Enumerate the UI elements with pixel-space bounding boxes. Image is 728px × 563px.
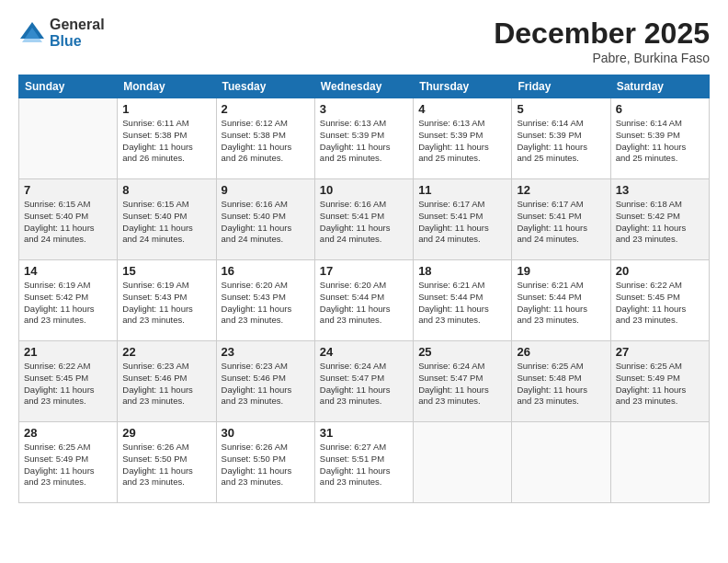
month-title: December 2025 xyxy=(494,17,710,51)
calendar-day-cell: 27Sunrise: 6:25 AM Sunset: 5:49 PM Dayli… xyxy=(610,341,709,422)
calendar-day-cell: 7Sunrise: 6:15 AM Sunset: 5:40 PM Daylig… xyxy=(19,179,118,260)
day-number: 25 xyxy=(418,345,506,359)
day-info: Sunrise: 6:20 AM Sunset: 5:44 PM Dayligh… xyxy=(320,280,408,327)
day-info: Sunrise: 6:20 AM Sunset: 5:43 PM Dayligh… xyxy=(222,280,310,327)
calendar-day-cell xyxy=(512,422,610,503)
day-number: 10 xyxy=(320,183,408,197)
day-info: Sunrise: 6:16 AM Sunset: 5:41 PM Dayligh… xyxy=(320,199,408,246)
calendar-day-cell xyxy=(414,422,512,503)
calendar-day-cell xyxy=(19,98,118,179)
day-number: 30 xyxy=(222,426,310,440)
day-info: Sunrise: 6:19 AM Sunset: 5:42 PM Dayligh… xyxy=(24,280,112,327)
col-tuesday: Tuesday xyxy=(216,75,314,98)
day-info: Sunrise: 6:24 AM Sunset: 5:47 PM Dayligh… xyxy=(418,361,506,408)
day-number: 14 xyxy=(24,264,112,278)
day-info: Sunrise: 6:25 AM Sunset: 5:49 PM Dayligh… xyxy=(616,361,704,408)
logo-blue-text: Blue xyxy=(50,33,105,50)
calendar-day-cell: 19Sunrise: 6:21 AM Sunset: 5:44 PM Dayli… xyxy=(512,260,610,341)
calendar-day-cell: 10Sunrise: 6:16 AM Sunset: 5:41 PM Dayli… xyxy=(314,179,413,260)
col-sunday: Sunday xyxy=(19,75,118,98)
day-info: Sunrise: 6:21 AM Sunset: 5:44 PM Dayligh… xyxy=(418,280,506,327)
title-block: December 2025 Pabre, Burkina Faso xyxy=(494,17,710,65)
day-number: 15 xyxy=(122,264,210,278)
calendar-day-cell: 1Sunrise: 6:11 AM Sunset: 5:38 PM Daylig… xyxy=(118,98,216,179)
day-info: Sunrise: 6:11 AM Sunset: 5:38 PM Dayligh… xyxy=(122,118,210,165)
day-info: Sunrise: 6:25 AM Sunset: 5:48 PM Dayligh… xyxy=(517,361,605,408)
calendar-day-cell: 31Sunrise: 6:27 AM Sunset: 5:51 PM Dayli… xyxy=(314,422,413,503)
day-number: 26 xyxy=(517,345,605,359)
calendar-day-cell: 18Sunrise: 6:21 AM Sunset: 5:44 PM Dayli… xyxy=(414,260,512,341)
col-monday: Monday xyxy=(118,75,216,98)
logo-icon xyxy=(18,20,46,46)
calendar-day-cell: 25Sunrise: 6:24 AM Sunset: 5:47 PM Dayli… xyxy=(414,341,512,422)
calendar-day-cell: 12Sunrise: 6:17 AM Sunset: 5:41 PM Dayli… xyxy=(512,179,610,260)
day-info: Sunrise: 6:26 AM Sunset: 5:50 PM Dayligh… xyxy=(222,442,310,488)
day-info: Sunrise: 6:25 AM Sunset: 5:49 PM Dayligh… xyxy=(24,442,112,488)
day-info: Sunrise: 6:23 AM Sunset: 5:46 PM Dayligh… xyxy=(222,361,310,408)
day-number: 5 xyxy=(517,102,605,116)
calendar-day-cell: 14Sunrise: 6:19 AM Sunset: 5:42 PM Dayli… xyxy=(19,260,118,341)
day-info: Sunrise: 6:21 AM Sunset: 5:44 PM Dayligh… xyxy=(517,280,605,327)
day-info: Sunrise: 6:12 AM Sunset: 5:38 PM Dayligh… xyxy=(222,118,310,165)
day-info: Sunrise: 6:13 AM Sunset: 5:39 PM Dayligh… xyxy=(320,118,408,165)
logo-text: General Blue xyxy=(50,17,105,49)
calendar-page: General Blue December 2025 Pabre, Burkin… xyxy=(0,0,728,563)
col-saturday: Saturday xyxy=(610,75,709,98)
day-info: Sunrise: 6:18 AM Sunset: 5:42 PM Dayligh… xyxy=(616,199,704,246)
day-info: Sunrise: 6:24 AM Sunset: 5:47 PM Dayligh… xyxy=(320,361,408,408)
day-number: 8 xyxy=(122,183,210,197)
day-number: 4 xyxy=(418,102,506,116)
calendar-header-row: Sunday Monday Tuesday Wednesday Thursday… xyxy=(19,75,710,98)
calendar-week-row: 7Sunrise: 6:15 AM Sunset: 5:40 PM Daylig… xyxy=(19,179,710,260)
day-number: 24 xyxy=(320,345,408,359)
day-info: Sunrise: 6:13 AM Sunset: 5:39 PM Dayligh… xyxy=(418,118,506,165)
calendar-day-cell: 21Sunrise: 6:22 AM Sunset: 5:45 PM Dayli… xyxy=(19,341,118,422)
day-info: Sunrise: 6:14 AM Sunset: 5:39 PM Dayligh… xyxy=(517,118,605,165)
day-number: 22 xyxy=(122,345,210,359)
calendar-day-cell: 28Sunrise: 6:25 AM Sunset: 5:49 PM Dayli… xyxy=(19,422,118,503)
day-info: Sunrise: 6:19 AM Sunset: 5:43 PM Dayligh… xyxy=(122,280,210,327)
day-number: 28 xyxy=(24,426,112,440)
calendar-week-row: 14Sunrise: 6:19 AM Sunset: 5:42 PM Dayli… xyxy=(19,260,710,341)
day-number: 31 xyxy=(320,426,408,440)
day-number: 3 xyxy=(320,102,408,116)
calendar-day-cell: 3Sunrise: 6:13 AM Sunset: 5:39 PM Daylig… xyxy=(314,98,413,179)
calendar-day-cell: 6Sunrise: 6:14 AM Sunset: 5:39 PM Daylig… xyxy=(610,98,709,179)
calendar-day-cell: 2Sunrise: 6:12 AM Sunset: 5:38 PM Daylig… xyxy=(216,98,314,179)
day-info: Sunrise: 6:17 AM Sunset: 5:41 PM Dayligh… xyxy=(418,199,506,246)
page-header: General Blue December 2025 Pabre, Burkin… xyxy=(18,17,710,65)
logo-general-text: General xyxy=(50,17,105,33)
day-info: Sunrise: 6:22 AM Sunset: 5:45 PM Dayligh… xyxy=(616,280,704,327)
calendar-week-row: 21Sunrise: 6:22 AM Sunset: 5:45 PM Dayli… xyxy=(19,341,710,422)
calendar-day-cell: 9Sunrise: 6:16 AM Sunset: 5:40 PM Daylig… xyxy=(216,179,314,260)
calendar-day-cell: 23Sunrise: 6:23 AM Sunset: 5:46 PM Dayli… xyxy=(216,341,314,422)
day-number: 18 xyxy=(418,264,506,278)
calendar-week-row: 28Sunrise: 6:25 AM Sunset: 5:49 PM Dayli… xyxy=(19,422,710,503)
day-info: Sunrise: 6:22 AM Sunset: 5:45 PM Dayligh… xyxy=(24,361,112,408)
day-info: Sunrise: 6:16 AM Sunset: 5:40 PM Dayligh… xyxy=(222,199,310,246)
day-info: Sunrise: 6:23 AM Sunset: 5:46 PM Dayligh… xyxy=(122,361,210,408)
calendar-day-cell: 13Sunrise: 6:18 AM Sunset: 5:42 PM Dayli… xyxy=(610,179,709,260)
calendar-day-cell: 30Sunrise: 6:26 AM Sunset: 5:50 PM Dayli… xyxy=(216,422,314,503)
calendar-day-cell: 29Sunrise: 6:26 AM Sunset: 5:50 PM Dayli… xyxy=(118,422,216,503)
col-friday: Friday xyxy=(512,75,610,98)
calendar-day-cell: 17Sunrise: 6:20 AM Sunset: 5:44 PM Dayli… xyxy=(314,260,413,341)
day-number: 21 xyxy=(24,345,112,359)
day-info: Sunrise: 6:15 AM Sunset: 5:40 PM Dayligh… xyxy=(122,199,210,246)
day-number: 7 xyxy=(24,183,112,197)
day-number: 12 xyxy=(517,183,605,197)
day-number: 11 xyxy=(418,183,506,197)
calendar-day-cell: 15Sunrise: 6:19 AM Sunset: 5:43 PM Dayli… xyxy=(118,260,216,341)
day-number: 20 xyxy=(616,264,704,278)
calendar-week-row: 1Sunrise: 6:11 AM Sunset: 5:38 PM Daylig… xyxy=(19,98,710,179)
calendar-day-cell xyxy=(610,422,709,503)
calendar-day-cell: 16Sunrise: 6:20 AM Sunset: 5:43 PM Dayli… xyxy=(216,260,314,341)
calendar-body: 1Sunrise: 6:11 AM Sunset: 5:38 PM Daylig… xyxy=(19,98,710,503)
day-number: 16 xyxy=(222,264,310,278)
calendar-day-cell: 4Sunrise: 6:13 AM Sunset: 5:39 PM Daylig… xyxy=(414,98,512,179)
calendar-day-cell: 20Sunrise: 6:22 AM Sunset: 5:45 PM Dayli… xyxy=(610,260,709,341)
calendar-day-cell: 26Sunrise: 6:25 AM Sunset: 5:48 PM Dayli… xyxy=(512,341,610,422)
day-number: 23 xyxy=(222,345,310,359)
location-subtitle: Pabre, Burkina Faso xyxy=(494,51,710,65)
col-wednesday: Wednesday xyxy=(314,75,413,98)
